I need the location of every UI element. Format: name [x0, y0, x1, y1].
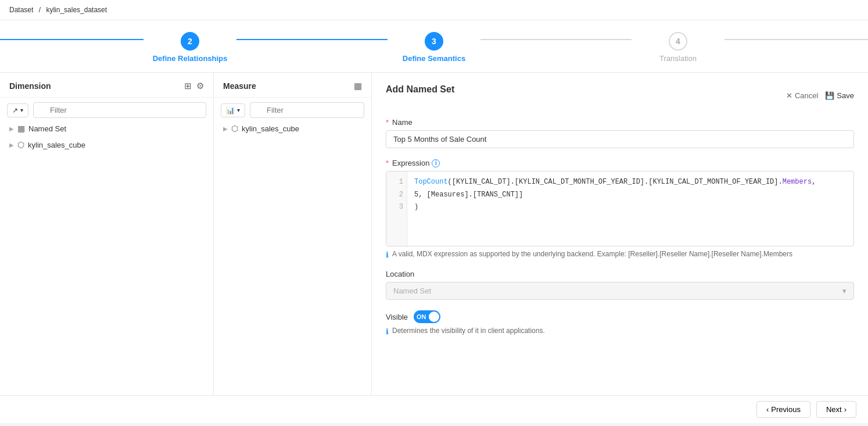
visible-toggle[interactable]: ON	[414, 310, 440, 323]
location-label: Location	[386, 270, 854, 278]
expression-editor[interactable]: 1 2 3 TopCount([KYLIN_CAL_DT].[KYLIN_CAL…	[386, 171, 854, 246]
measure-filter-input[interactable]	[250, 102, 364, 118]
dimension-icon-filter[interactable]: ⚙	[196, 81, 204, 91]
dimension-tree-item-named-set[interactable]: ▶ ▦ Named Set	[0, 120, 213, 137]
location-select[interactable]: Named Set ▾	[386, 282, 854, 300]
visible-field-section: Visible ON ℹ Determines the visibility o…	[386, 310, 854, 336]
bottom-bar: ‹ Previous Next ›	[0, 395, 868, 423]
next-label: Next	[826, 405, 842, 414]
step-3-circle: 3	[425, 32, 443, 51]
wizard-steps: 1 Basic Information 2 Define Relationshi…	[0, 20, 868, 73]
visible-info-icon: ℹ	[386, 327, 389, 336]
measure-cube-label: kylin_sales_cube	[242, 124, 299, 133]
measure-tree-arrow-cube: ▶	[223, 126, 228, 132]
name-field-section: * Name	[386, 118, 854, 148]
measure-panel: Measure ▦ 📊 ▾ 🔍 ▶ ⬡ kylin_sales_cube	[214, 73, 372, 395]
next-chevron-icon: ›	[844, 405, 847, 414]
cancel-label: Cancel	[795, 91, 818, 100]
expression-required-star: *	[386, 159, 389, 167]
expression-info-icon[interactable]: i	[432, 159, 440, 167]
location-field-section: Location Named Set ▾	[386, 270, 854, 300]
dimension-tree-item-cube[interactable]: ▶ ⬡ kylin_sales_cube	[0, 137, 213, 153]
hint-info-icon: ℹ	[386, 250, 389, 259]
step-line-2-3	[236, 39, 388, 40]
breadcrumb-parent[interactable]: Dataset	[9, 6, 33, 14]
step-2-circle: 2	[181, 32, 199, 51]
step-line-4-5	[724, 39, 868, 40]
visible-row: Visible ON	[386, 310, 854, 323]
view-chevron-icon: ▾	[20, 107, 23, 113]
step-3-container: 3 Define Semantics	[388, 32, 632, 63]
step-2-label: Define Relationships	[153, 54, 228, 63]
expression-code[interactable]: TopCount([KYLIN_CAL_DT].[KYLIN_CAL_DT_MO…	[407, 171, 853, 246]
name-input[interactable]	[386, 130, 854, 148]
measure-icon-table[interactable]: ▦	[354, 81, 362, 91]
dimension-panel-header: Dimension ⊞ ⚙	[0, 73, 213, 98]
breadcrumb-current: kylin_sales_dataset	[46, 6, 107, 14]
toggle-on-label: ON	[417, 313, 426, 320]
dimension-icon-grid[interactable]: ⊞	[184, 81, 192, 91]
expression-label: * Expression i	[386, 159, 854, 167]
save-label: Save	[837, 91, 854, 100]
breadcrumb: Dataset / kylin_sales_dataset	[0, 0, 868, 20]
step-line-1-2	[0, 39, 144, 40]
line-numbers: 1 2 3	[386, 171, 407, 246]
visible-hint: ℹ Determines the visibility of it in cli…	[386, 327, 854, 336]
step-4-circle: 4	[669, 32, 687, 51]
step-4-container: 4 Translation	[632, 32, 868, 63]
tree-arrow-cube: ▶	[9, 142, 14, 148]
measure-view-selector[interactable]: 📊 ▾	[221, 103, 245, 117]
step-1-container: 1 Basic Information	[0, 32, 144, 63]
cancel-x-icon: ✕	[786, 91, 792, 100]
form-title: Add Named Set	[386, 84, 454, 95]
step-4-label: Translation	[659, 54, 697, 63]
step-line-3-4	[480, 39, 632, 40]
step-2[interactable]: 2 Define Relationships	[144, 32, 236, 63]
toggle-knob	[429, 312, 439, 322]
measure-filter-wrap: 🔍	[250, 102, 364, 118]
cancel-button[interactable]: ✕ Cancel	[786, 91, 818, 100]
save-disk-icon: 💾	[825, 91, 834, 100]
next-button[interactable]: Next ›	[816, 401, 856, 418]
location-chevron-icon: ▾	[842, 287, 847, 295]
cancel-save-group: ✕ Cancel 💾 Save	[786, 91, 854, 100]
measure-panel-title: Measure	[223, 81, 256, 91]
breadcrumb-separator: /	[39, 6, 41, 14]
step-2-container: 2 Define Relationships	[144, 32, 388, 63]
dimension-panel: Dimension ⊞ ⚙ ↗ ▾ 🔍 ▶ ▦ Named Set ▶ ⬡ ky…	[0, 73, 214, 395]
measure-panel-header: Measure ▦	[214, 73, 371, 98]
measure-panel-icons: ▦	[354, 81, 362, 91]
dimension-view-selector[interactable]: ↗ ▾	[7, 103, 28, 117]
measure-chevron-icon: ▾	[237, 107, 240, 113]
cube-label: kylin_sales_cube	[28, 141, 85, 149]
dimension-panel-title: Dimension	[9, 81, 51, 91]
previous-button[interactable]: ‹ Previous	[756, 401, 810, 418]
location-placeholder: Named Set	[393, 287, 431, 295]
dimension-filter-wrap: 🔍	[33, 102, 206, 118]
dimension-filter-input[interactable]	[33, 102, 206, 118]
name-required-star: *	[386, 118, 389, 127]
visible-label: Visible	[386, 313, 408, 321]
expression-hint: ℹ A valid, MDX expression as supported b…	[386, 250, 854, 259]
expression-field-section: * Expression i 1 2 3 TopCount([KYLIN_CAL…	[386, 159, 854, 259]
cube-icon: ⬡	[17, 140, 24, 149]
name-label: * Name	[386, 118, 854, 127]
tree-arrow-named-set: ▶	[9, 126, 14, 132]
measure-view-icon: 📊	[226, 106, 235, 114]
step-4[interactable]: 4 Translation	[632, 32, 724, 63]
content-header: Add Named Set ✕ Cancel 💾 Save	[386, 84, 854, 106]
step-3-label: Define Semantics	[403, 54, 465, 63]
save-button[interactable]: 💾 Save	[825, 91, 854, 100]
measure-view-row: 📊 ▾ 🔍	[214, 98, 371, 120]
measure-tree-item-cube[interactable]: ▶ ⬡ kylin_sales_cube	[214, 120, 371, 137]
previous-label: Previous	[771, 405, 801, 414]
content-panel: Add Named Set ✕ Cancel 💾 Save * Name	[372, 73, 868, 395]
view-icon: ↗	[12, 106, 18, 114]
main-layout: Dimension ⊞ ⚙ ↗ ▾ 🔍 ▶ ▦ Named Set ▶ ⬡ ky…	[0, 73, 868, 395]
step-3[interactable]: 3 Define Semantics	[388, 32, 480, 63]
dimension-panel-icons: ⊞ ⚙	[184, 81, 204, 91]
prev-chevron-icon: ‹	[766, 405, 769, 414]
named-set-label: Named Set	[28, 124, 66, 133]
named-set-icon: ▦	[17, 124, 25, 133]
measure-cube-icon: ⬡	[231, 124, 238, 133]
